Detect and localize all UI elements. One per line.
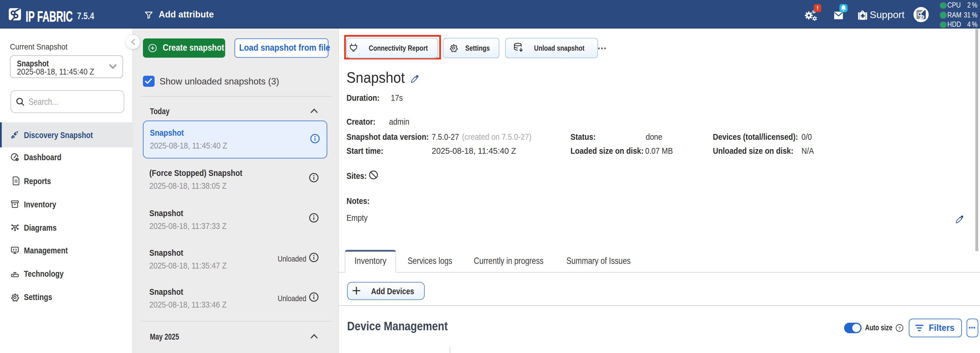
svg-text:?: ? [898,325,900,330]
